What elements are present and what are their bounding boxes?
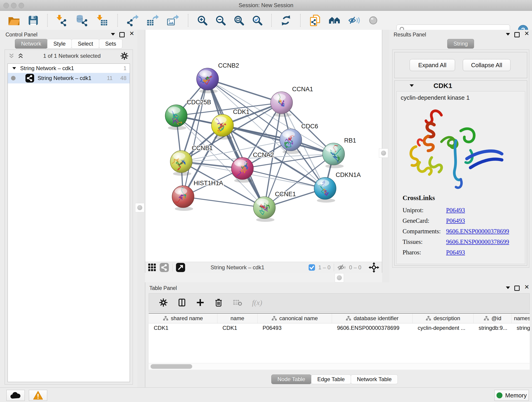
table-options-gear-icon[interactable] xyxy=(159,298,168,307)
import-network-file-icon[interactable] xyxy=(56,14,68,26)
crosslink-label: Compartments: xyxy=(403,228,446,235)
results-panel-maximize-button[interactable] xyxy=(514,32,520,37)
table-panel-splitter[interactable] xyxy=(145,273,382,282)
left-splitter[interactable] xyxy=(138,30,145,387)
crosslink-link[interactable]: 9606.ENSP00000378699 xyxy=(446,228,509,235)
zoom-out-icon[interactable] xyxy=(215,15,226,26)
table-row[interactable]: CDK1CDK1P064939606.ENSP00000378699cyclin… xyxy=(149,323,530,332)
collapse-all-networks-icon[interactable] xyxy=(8,53,14,59)
table-panel-maximize-button[interactable] xyxy=(514,286,520,291)
tab-network[interactable]: Network xyxy=(15,39,47,49)
network-edge-CCNB2-CCNE1[interactable] xyxy=(208,79,264,208)
entry-collapse-icon[interactable] xyxy=(410,84,414,87)
column-header--id[interactable]: @id xyxy=(474,313,512,323)
expand-all-button[interactable]: Expand All xyxy=(410,59,455,71)
collapse-all-button[interactable]: Collapse All xyxy=(463,59,510,71)
refresh-icon[interactable] xyxy=(280,15,291,26)
export-network-icon[interactable] xyxy=(127,14,139,26)
column-header-description[interactable]: description xyxy=(413,313,474,323)
control-panel-title: Control Panel xyxy=(6,32,37,38)
column-header-name[interactable]: name xyxy=(217,313,258,323)
network-manager: 1 of 1 Network selected String Network –… xyxy=(5,50,133,385)
hidden-eye-icon[interactable] xyxy=(337,264,346,271)
export-table-icon[interactable] xyxy=(147,14,159,26)
column-header-canonical-name[interactable]: canonical name xyxy=(258,313,332,323)
control-panel-float-button[interactable] xyxy=(111,33,115,36)
right-splitter-handle[interactable] xyxy=(379,148,388,158)
left-splitter-handle[interactable] xyxy=(135,203,144,212)
network-row-selected[interactable]: String Network – cdk1 11 48 xyxy=(8,73,130,83)
function-builder-icon-disabled: f(x) xyxy=(252,298,262,307)
column-type-icon xyxy=(272,316,277,321)
delete-column-icon[interactable] xyxy=(215,298,223,307)
string-home-icon[interactable] xyxy=(329,15,341,26)
network-edge-HIST1H1A-CCNE1[interactable] xyxy=(183,197,264,208)
column-header-database-identifier[interactable]: database identifier xyxy=(332,313,413,323)
column-type-icon xyxy=(163,316,168,321)
crosslink-link[interactable]: P06493 xyxy=(446,249,465,256)
share-document-icon[interactable] xyxy=(309,14,321,26)
node-label-HIST1H1A: HIST1H1A xyxy=(194,180,223,186)
results-panel-float-button[interactable] xyxy=(506,33,510,36)
node-label-CCNA1: CCNA1 xyxy=(292,86,313,93)
control-panel-maximize-button[interactable] xyxy=(119,32,125,37)
network-node-CCNE1[interactable]: CCNE1 xyxy=(253,191,296,222)
table-panel-close-button[interactable]: ✕ xyxy=(524,285,529,289)
selected-checkbox-icon[interactable] xyxy=(309,264,315,271)
right-splitter[interactable] xyxy=(382,30,389,282)
network-collection-row[interactable]: String Network – cdk1 1 xyxy=(8,64,130,73)
export-image-icon[interactable] xyxy=(167,14,179,26)
zoom-selected-icon[interactable] xyxy=(252,15,263,26)
column-type-icon xyxy=(426,316,431,321)
table-horizontal-scrollbar[interactable] xyxy=(149,363,530,370)
scrollbar-thumb[interactable] xyxy=(151,364,192,369)
tab-network-table[interactable]: Network Table xyxy=(351,375,398,384)
expand-collapse-box: Expand All Collapse All xyxy=(394,52,527,78)
crosslink-link[interactable]: P06493 xyxy=(446,207,465,214)
tab-sets[interactable]: Sets xyxy=(99,39,122,49)
network-options-gear-icon[interactable] xyxy=(120,52,128,60)
network-node-CDKN1A[interactable]: CDKN1A xyxy=(314,172,361,203)
crosslink-link[interactable]: 9606.ENSP00000378699 xyxy=(446,238,509,245)
network-node-count: 11 xyxy=(107,75,113,81)
zoom-fit-icon[interactable] xyxy=(234,15,244,26)
show-columns-icon[interactable] xyxy=(178,298,186,307)
network-canvas[interactable]: CCNB2 CCNA1 CDC25B CDK1 CDC6 RB1 CCNB1 xyxy=(145,30,382,262)
tab-node-table[interactable]: Node Table xyxy=(271,375,311,384)
tab-edge-table[interactable]: Edge Table xyxy=(311,375,351,384)
node-label-CDKN1A: CDKN1A xyxy=(336,172,361,178)
network-node-HIST1H1A[interactable]: HIST1H1A xyxy=(170,180,223,211)
import-network-database-icon[interactable] xyxy=(76,14,89,26)
cloud-button[interactable] xyxy=(6,390,25,401)
save-session-icon[interactable] xyxy=(28,15,38,26)
network-node-CDK1[interactable]: CDK1 xyxy=(211,108,249,140)
crosslink-link[interactable]: P06493 xyxy=(446,217,465,224)
hide-panels-icon[interactable] xyxy=(348,15,361,26)
results-panel-close-button[interactable]: ✕ xyxy=(524,32,529,36)
memory-status-dot xyxy=(496,392,502,398)
network-node-RB1[interactable]: RB1 xyxy=(323,137,356,168)
network-status-dot xyxy=(11,76,16,80)
column-header-namespac[interactable]: namespac xyxy=(512,313,530,323)
control-panel-close-button[interactable]: ✕ xyxy=(129,32,134,36)
network-birdseye-share-icon[interactable] xyxy=(159,263,169,272)
table-splitter-handle[interactable] xyxy=(335,273,344,282)
tab-string[interactable]: String xyxy=(447,39,474,49)
add-column-icon[interactable] xyxy=(196,298,204,307)
warning-button[interactable] xyxy=(29,390,47,401)
zoom-in-icon[interactable] xyxy=(197,15,208,26)
tab-select[interactable]: Select xyxy=(71,39,99,49)
network-edge-CCNB2-CCNA1[interactable] xyxy=(208,79,282,103)
expand-all-networks-icon[interactable] xyxy=(18,53,24,59)
fit-content-crosshair-icon[interactable] xyxy=(369,262,379,273)
show-grid-icon[interactable] xyxy=(148,263,156,272)
memory-button[interactable]: Memory xyxy=(494,390,529,401)
column-header-shared-name[interactable]: shared name xyxy=(149,313,217,323)
detach-view-icon[interactable] xyxy=(176,263,185,272)
open-session-icon[interactable] xyxy=(8,15,20,26)
import-table-icon[interactable] xyxy=(97,14,109,26)
floating-tool-icon[interactable] xyxy=(368,16,378,25)
tab-style[interactable]: Style xyxy=(47,39,72,49)
table-panel-float-button[interactable] xyxy=(506,287,510,289)
cloud-icon xyxy=(10,391,22,400)
